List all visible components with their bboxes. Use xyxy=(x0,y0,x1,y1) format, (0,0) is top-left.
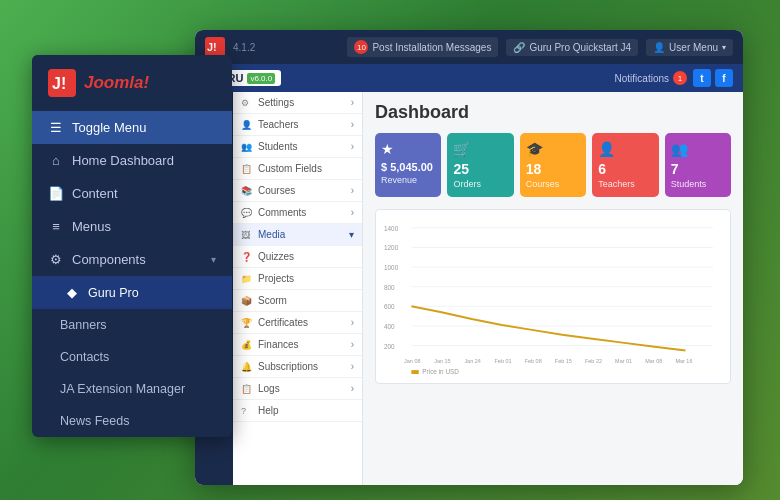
messages-badge: 10 xyxy=(354,40,368,54)
logs-icon: 📋 xyxy=(241,384,253,394)
sidebar-item-news-feeds[interactable]: News Feeds xyxy=(32,405,232,437)
sidebar-item-contacts[interactable]: Contacts xyxy=(32,341,232,373)
user-menu-btn[interactable]: 👤 User Menu ▾ xyxy=(646,39,733,56)
sidebar-logo: J! Joomla! xyxy=(32,55,232,111)
sidebar-item-components[interactable]: ⚙ Components ▾ xyxy=(32,243,232,276)
svg-text:Jan 08: Jan 08 xyxy=(404,358,420,364)
joomla-version: 4.1.2 xyxy=(233,42,255,53)
menu-item-scorm[interactable]: 📦 Scorm xyxy=(233,290,362,312)
guru-pro-label: Guru Pro xyxy=(88,286,139,300)
sidebar-item-home-dashboard[interactable]: ⌂ Home Dashboard xyxy=(32,144,232,177)
menu-item-comments[interactable]: 💬 Comments › xyxy=(233,202,362,224)
courses-value: 18 xyxy=(526,161,542,177)
comments-icon: 💬 xyxy=(241,208,253,218)
facebook-icon[interactable]: f xyxy=(715,69,733,87)
subscriptions-chevron: › xyxy=(351,361,354,372)
chart-svg: 1400 1200 1000 800 600 400 200 Jan 08 Ja… xyxy=(384,218,722,375)
sidebar-logo-text: Joomla! xyxy=(84,73,149,93)
menu-item-finances-label: Finances xyxy=(258,339,299,350)
stat-card-courses[interactable]: 🎓 18 Courses xyxy=(520,133,586,197)
sidebar-item-ja-extension[interactable]: JA Extension Manager xyxy=(32,373,232,405)
teachers-chevron: › xyxy=(351,119,354,130)
menu-item-custom-fields[interactable]: 📋 Custom Fields xyxy=(233,158,362,180)
revenue-icon: ★ xyxy=(381,141,394,157)
content-icon: 📄 xyxy=(48,186,64,201)
quickstart-icon: 🔗 xyxy=(513,42,525,53)
menu-item-courses[interactable]: 📚 Courses › xyxy=(233,180,362,202)
contacts-label: Contacts xyxy=(60,350,109,364)
db-menu-sidebar: ⚙ Settings › 👤 Teachers › 👥 Students › 📋… xyxy=(233,92,363,485)
post-install-messages-btn[interactable]: 10 Post Installation Messages xyxy=(347,37,498,57)
finances-chevron: › xyxy=(351,339,354,350)
svg-text:800: 800 xyxy=(384,283,395,290)
certificates-icon: 🏆 xyxy=(241,318,253,328)
certificates-chevron: › xyxy=(351,317,354,328)
menu-item-settings[interactable]: ⚙ Settings › xyxy=(233,92,362,114)
svg-text:Mar 16: Mar 16 xyxy=(675,358,692,364)
menu-item-quizzes-label: Quizzes xyxy=(258,251,294,262)
sidebar-item-menus[interactable]: ≡ Menus xyxy=(32,210,232,243)
components-label: Components xyxy=(72,252,146,267)
social-icons: t f xyxy=(693,69,733,87)
stat-card-revenue[interactable]: ★ $ 5,045.00 Revenue xyxy=(375,133,441,197)
custom-fields-icon: 📋 xyxy=(241,164,253,174)
toggle-menu-icon: ☰ xyxy=(48,120,64,135)
menu-item-help[interactable]: ? Help xyxy=(233,400,362,422)
menu-item-custom-fields-label: Custom Fields xyxy=(258,163,322,174)
svg-text:400: 400 xyxy=(384,323,395,330)
menu-item-settings-label: Settings xyxy=(258,97,294,108)
menus-icon: ≡ xyxy=(48,219,64,234)
quickstart-btn[interactable]: 🔗 Guru Pro Quickstart J4 xyxy=(506,39,638,56)
home-dashboard-label: Home Dashboard xyxy=(72,153,174,168)
stat-card-orders[interactable]: 🛒 25 Orders xyxy=(447,133,513,197)
subscriptions-icon: 🔔 xyxy=(241,362,253,372)
revenue-chart: 1400 1200 1000 800 600 400 200 Jan 08 Ja… xyxy=(375,209,731,384)
components-icon: ⚙ xyxy=(48,252,64,267)
menu-item-subscriptions[interactable]: 🔔 Subscriptions › xyxy=(233,356,362,378)
svg-text:Feb 15: Feb 15 xyxy=(555,358,572,364)
help-icon: ? xyxy=(241,406,253,416)
menu-item-finances[interactable]: 💰 Finances › xyxy=(233,334,362,356)
ja-extension-label: JA Extension Manager xyxy=(60,382,185,396)
joomla-icon: J! xyxy=(48,69,76,97)
sidebar-item-toggle-menu[interactable]: ☰ Toggle Menu xyxy=(32,111,232,144)
db-widgets-area: Dashboard ★ $ 5,045.00 Revenue 🛒 25 Orde… xyxy=(363,92,743,485)
scorm-icon: 📦 xyxy=(241,296,253,306)
menu-item-scorm-label: Scorm xyxy=(258,295,287,306)
stat-card-students[interactable]: 👥 7 Students xyxy=(665,133,731,197)
twitter-icon[interactable]: t xyxy=(693,69,711,87)
finances-icon: 💰 xyxy=(241,340,253,350)
menu-item-media[interactable]: 🖼 Media ▾ xyxy=(233,224,362,246)
svg-text:1200: 1200 xyxy=(384,244,399,251)
courses-chevron: › xyxy=(351,185,354,196)
quickstart-label: Guru Pro Quickstart J4 xyxy=(529,42,631,53)
projects-icon: 📁 xyxy=(241,274,253,284)
svg-text:200: 200 xyxy=(384,342,395,349)
logs-chevron: › xyxy=(351,383,354,394)
messages-label: Post Installation Messages xyxy=(372,42,491,53)
menu-item-quizzes[interactable]: ❓ Quizzes xyxy=(233,246,362,268)
sidebar-item-banners[interactable]: Banners xyxy=(32,309,232,341)
stat-card-teachers[interactable]: 👤 6 Teachers xyxy=(592,133,658,197)
media-icon: 🖼 xyxy=(241,230,253,240)
notifications-btn[interactable]: Notifications 1 xyxy=(615,71,687,85)
settings-chevron: › xyxy=(351,97,354,108)
content-label: Content xyxy=(72,186,118,201)
menu-item-teachers[interactable]: 👤 Teachers › xyxy=(233,114,362,136)
sidebar-item-content[interactable]: 📄 Content xyxy=(32,177,232,210)
menu-item-projects[interactable]: 📁 Projects xyxy=(233,268,362,290)
revenue-value: $ 5,045.00 xyxy=(381,161,433,173)
revenue-label: Revenue xyxy=(381,175,417,185)
guru-version: v6.0.0 xyxy=(247,73,275,84)
svg-rect-28 xyxy=(411,370,418,374)
dashboard-panel: J! 4.1.2 10 Post Installation Messages 🔗… xyxy=(195,30,743,485)
svg-text:Feb 22: Feb 22 xyxy=(585,358,602,364)
courses-stat-icon: 🎓 xyxy=(526,141,543,157)
menu-item-students[interactable]: 👥 Students › xyxy=(233,136,362,158)
menu-item-certificates[interactable]: 🏆 Certificates › xyxy=(233,312,362,334)
students-stat-icon: 👥 xyxy=(671,141,688,157)
user-icon: 👤 xyxy=(653,42,665,53)
joomla-topbar-icon: J! xyxy=(205,37,225,57)
sidebar-item-guru-pro[interactable]: ◆ Guru Pro xyxy=(32,276,232,309)
menu-item-logs[interactable]: 📋 Logs › xyxy=(233,378,362,400)
